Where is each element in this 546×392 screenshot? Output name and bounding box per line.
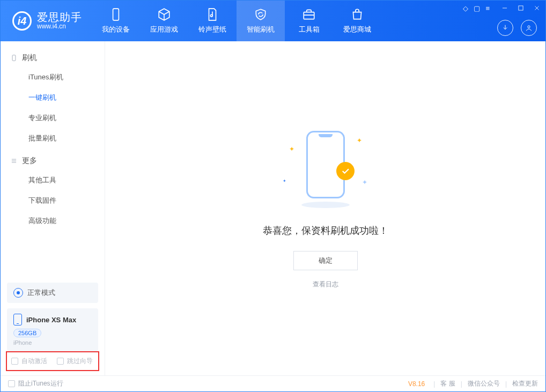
check-update-link[interactable]: 检查更新	[512, 379, 538, 388]
device-card[interactable]: iPhone XS Max 256GB iPhone	[7, 308, 98, 351]
status-bar: 阻止iTunes运行 V8.16 | 客 服 | 微信公众号 | 检查更新	[1, 375, 545, 391]
refresh-shield-icon	[254, 8, 268, 21]
download-button[interactable]	[497, 20, 513, 36]
note-icon[interactable]: ▢	[474, 4, 480, 12]
close-button[interactable]	[532, 3, 542, 13]
tab-label: 我的设备	[102, 25, 130, 34]
svg-point-1	[210, 14, 212, 17]
account-button[interactable]	[521, 20, 537, 36]
music-file-icon	[205, 8, 219, 21]
brand-title: 爱思助手	[37, 11, 82, 23]
svg-rect-5	[12, 55, 16, 61]
list-icon	[10, 157, 18, 165]
maximize-button[interactable]	[515, 3, 526, 13]
separator: |	[433, 380, 435, 388]
tab-label: 应用游戏	[150, 25, 178, 34]
svg-rect-3	[519, 6, 523, 10]
checkbox-skip-guide[interactable]: 跳过向导	[57, 357, 93, 366]
checkbox-icon	[57, 358, 64, 365]
sidebar-item-batch-flash[interactable]: 批量刷机	[1, 128, 105, 149]
main-content: 恭喜您，保资料刷机成功啦！ 确定 查看日志	[105, 41, 545, 375]
minimize-button[interactable]	[499, 3, 510, 13]
success-message: 恭喜您，保资料刷机成功啦！	[263, 224, 388, 237]
separator: |	[505, 380, 507, 388]
title-bar: i4 爱思助手 www.i4.cn 我的设备 应用游戏 铃声壁纸 智能刷机 工具…	[1, 1, 545, 41]
sparkle-icon	[283, 175, 286, 184]
device-icon	[13, 314, 22, 326]
phone-icon	[109, 8, 123, 21]
quick-shapes: ◇ ▢ ≡	[463, 4, 490, 12]
svg-rect-0	[113, 9, 119, 20]
checkbox-label: 跳过向导	[67, 357, 93, 366]
shopping-bag-icon	[350, 8, 364, 21]
window-controls: ◇ ▢ ≡	[463, 3, 542, 13]
tab-label: 智能刷机	[247, 25, 275, 34]
mode-label: 正常模式	[27, 288, 55, 298]
device-name: iPhone XS Max	[26, 316, 76, 324]
tab-label: 铃声壁纸	[198, 25, 226, 34]
customer-service-link[interactable]: 客 服	[440, 379, 455, 388]
sidebar-item-advanced[interactable]: 高级功能	[1, 211, 105, 231]
tab-label: 工具箱	[299, 25, 320, 34]
device-storage: 256GB	[13, 329, 41, 337]
tab-toolbox[interactable]: 工具箱	[285, 1, 333, 41]
menu-lines-icon[interactable]: ≡	[485, 4, 490, 12]
sparkle-icon	[362, 177, 367, 187]
wechat-link[interactable]: 微信公众号	[468, 379, 500, 388]
tab-my-device[interactable]: 我的设备	[92, 1, 140, 41]
tab-apps-games[interactable]: 应用游戏	[140, 1, 188, 41]
mode-status[interactable]: 正常模式	[7, 283, 98, 303]
brand-subtitle: www.i4.cn	[37, 23, 82, 30]
sidebar-group-flash: 刷机	[1, 49, 105, 67]
separator: |	[461, 380, 462, 388]
checkbox-auto-activate[interactable]: 自动激活	[11, 357, 47, 366]
main-tabs: 我的设备 应用游戏 铃声壁纸 智能刷机 工具箱 爱思商城	[92, 1, 381, 41]
check-badge-icon	[336, 162, 355, 180]
mode-icon	[13, 288, 23, 298]
sidebar-item-download-firmware[interactable]: 下载固件	[1, 190, 105, 211]
sidebar-group-more: 更多	[1, 152, 105, 170]
tab-ringtone-wallpaper[interactable]: 铃声壁纸	[188, 1, 237, 41]
tab-label: 爱思商城	[343, 25, 371, 34]
toolbox-icon	[302, 8, 316, 21]
checkbox-icon	[11, 358, 18, 365]
highlighted-options: 自动激活 跳过向导	[6, 351, 99, 371]
shirt-icon[interactable]: ◇	[463, 4, 468, 12]
svg-rect-2	[304, 12, 314, 19]
sidebar-item-itunes-flash[interactable]: iTunes刷机	[1, 67, 105, 87]
user-area	[497, 20, 537, 36]
view-log-link[interactable]: 查看日志	[313, 280, 338, 289]
device-type: iPhone	[13, 339, 92, 346]
svg-point-4	[528, 26, 530, 28]
sparkle-icon	[289, 144, 294, 153]
brand: i4 爱思助手 www.i4.cn	[1, 1, 92, 41]
sidebar-item-oneclick-flash[interactable]: 一键刷机	[1, 87, 105, 108]
checkbox-label: 自动激活	[21, 357, 47, 366]
version-label: V8.16	[408, 380, 425, 388]
cube-icon	[157, 8, 171, 21]
sidebar: 刷机 iTunes刷机 一键刷机 专业刷机 批量刷机 更多 其他工具 下载固件 …	[1, 41, 105, 375]
brand-logo-icon: i4	[12, 11, 32, 31]
sidebar-item-other-tools[interactable]: 其他工具	[1, 170, 105, 190]
tab-store[interactable]: 爱思商城	[333, 1, 381, 41]
group-title: 更多	[22, 156, 37, 166]
group-title: 刷机	[22, 53, 37, 63]
sparkle-icon	[357, 135, 362, 145]
sidebar-item-pro-flash[interactable]: 专业刷机	[1, 108, 105, 128]
ok-button[interactable]: 确定	[293, 251, 358, 270]
success-illustration	[283, 128, 368, 208]
tab-smart-flash[interactable]: 智能刷机	[237, 1, 285, 41]
checkbox-label: 阻止iTunes运行	[18, 379, 63, 388]
checkbox-icon	[8, 380, 15, 387]
device-small-icon	[10, 54, 18, 62]
checkbox-block-itunes[interactable]: 阻止iTunes运行	[8, 379, 63, 388]
